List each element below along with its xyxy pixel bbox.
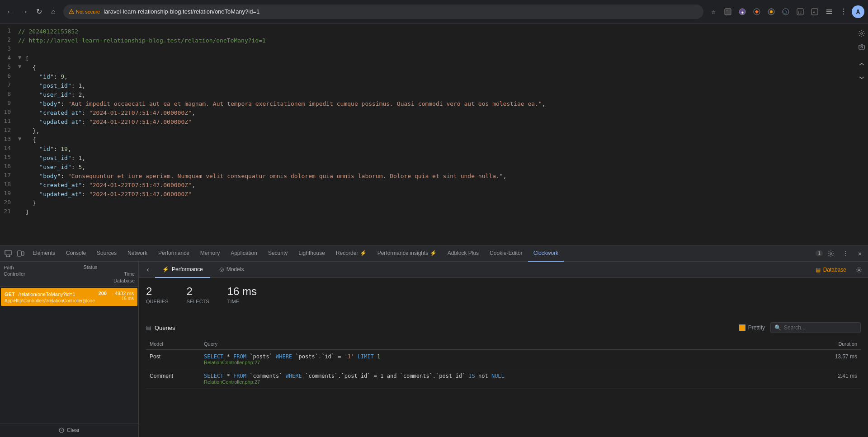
devtools-tabs-right: 1 ⋮ ✕ — [816, 247, 866, 260]
collapse-4[interactable]: ▼ — [18, 54, 25, 61]
tab-adblock[interactable]: Adblock Plus — [442, 245, 484, 262]
bookmark-icon[interactable]: ☆ — [707, 5, 720, 18]
extension-icon-7[interactable]: ≡ — [808, 5, 821, 18]
more-options-icon[interactable]: ⋮ — [837, 5, 850, 18]
json-line-5: 5 ▼ { — [0, 63, 868, 72]
svg-rect-17 — [18, 251, 21, 256]
cw-nav-right: ▤ Database — [812, 264, 864, 275]
cw-tab-performance[interactable]: ⚡ Performance — [155, 262, 210, 278]
tab-elements[interactable]: Elements — [27, 245, 61, 262]
cw-database-button[interactable]: ▤ Database — [812, 265, 850, 275]
tab-memory[interactable]: Memory — [195, 245, 225, 262]
tab-sources[interactable]: Sources — [91, 245, 122, 262]
col-path-controller: Path Controller — [4, 264, 78, 284]
stat-queries: 2 QUERIES — [146, 285, 169, 304]
queries-title: ▤ Queries — [146, 324, 175, 331]
extension-icon-2[interactable]: ◈ — [736, 5, 749, 18]
more-tools-icon[interactable]: ⋮ — [839, 247, 852, 260]
json-line-12: 12 }, — [0, 127, 868, 136]
collapse-13[interactable]: ▼ — [18, 136, 25, 142]
screenshot-icon[interactable] — [855, 41, 868, 53]
json-line-18: 18 "created_at": "2024-01-22T07:51:47.00… — [0, 181, 868, 190]
close-devtools-icon[interactable]: ✕ — [854, 247, 866, 260]
extension-icon-6[interactable]: [·] — [794, 5, 807, 18]
expand-icon[interactable]: ▤ — [146, 324, 151, 331]
query-model-1: Comment — [146, 369, 200, 389]
nav-prev-arrow[interactable]: ‹ — [142, 264, 153, 275]
svg-text:⬛: ⬛ — [726, 9, 731, 15]
scroll-up-icon[interactable] — [855, 58, 868, 70]
svg-point-7 — [770, 10, 773, 13]
tab-performance[interactable]: Performance — [153, 245, 195, 262]
address-bar[interactable]: ! Not secure laravel-learn-relationship-… — [63, 5, 703, 19]
stats-row: 2 QUERIES 2 SELECTS 16 ms TIME — [146, 285, 861, 311]
json-viewer: 1 // 20240122155852 2 // http://laravel-… — [0, 23, 868, 245]
nav-buttons: ← → ↻ ⌂ — [4, 5, 60, 18]
inspect-element-icon[interactable] — [2, 247, 14, 260]
tab-application[interactable]: Application — [225, 245, 263, 262]
tab-recorder[interactable]: Recorder ⚡ — [330, 245, 372, 262]
json-line-9: 9 "body": "Aut impedit occaecati aut ea … — [0, 99, 868, 108]
tab-security[interactable]: Security — [263, 245, 293, 262]
queries-section: ▤ Queries Prettify 🔍 Search... — [146, 322, 861, 389]
home-button[interactable]: ⌂ — [47, 5, 60, 18]
svg-text:!: ! — [71, 11, 72, 14]
prettify-checkbox[interactable] — [739, 324, 745, 331]
extension-icon-1[interactable]: ⬛ — [722, 5, 734, 18]
profile-icon[interactable]: A — [852, 5, 864, 18]
device-toolbar-icon[interactable] — [14, 247, 27, 260]
extension-icon-5[interactable]: ⬡ — [779, 5, 792, 18]
svg-rect-14 — [859, 45, 864, 49]
cw-tab-models[interactable]: ◎ Models — [212, 262, 251, 278]
prettify-toggle[interactable]: Prettify — [739, 324, 765, 331]
not-secure-badge: ! Not secure — [69, 9, 100, 14]
extensions-icon[interactable] — [823, 5, 835, 18]
tab-cookie-editor[interactable]: Cookie-Editor — [484, 245, 528, 262]
search-box[interactable]: 🔍 Search... — [770, 322, 861, 333]
collapse-5[interactable]: ▼ — [18, 63, 25, 70]
extension-icon-4[interactable] — [765, 5, 778, 18]
json-line-8: 8 "user_id": 2, — [0, 90, 868, 99]
json-line-7: 7 "post_id": 1, — [0, 81, 868, 90]
back-button[interactable]: ← — [4, 5, 16, 18]
forward-button[interactable]: → — [18, 5, 31, 18]
requests-scroll[interactable]: GET /relation/oneToMany?id=1 App\Http\Co… — [0, 287, 138, 355]
clear-button[interactable]: Clear — [0, 423, 138, 437]
clockwork-nav: ‹ ⚡ Performance ◎ Models ▤ Database — [139, 262, 868, 278]
devtools-panel: Elements Console Sources Network Perform… — [0, 245, 868, 437]
json-line-2: 2 // http://laravel-learn-relationship-b… — [0, 36, 868, 45]
devtools-badge: 1 — [816, 250, 823, 256]
cw-settings-icon[interactable] — [854, 264, 864, 275]
refresh-button[interactable]: ↻ — [33, 5, 45, 18]
tab-console[interactable]: Console — [61, 245, 91, 262]
search-placeholder: Search... — [784, 324, 806, 331]
svg-text:[·]: [·] — [798, 10, 802, 14]
clockwork-content: 2 QUERIES 2 SELECTS 16 ms TIME — [139, 278, 868, 437]
devtools-tabs-bar: Elements Console Sources Network Perform… — [0, 245, 868, 262]
scroll-down-icon[interactable] — [855, 71, 868, 84]
tab-performance-insights[interactable]: Performance insights ⚡ — [372, 245, 442, 262]
th-query: Query — [200, 338, 807, 350]
queries-header-row: ▤ Queries Prettify 🔍 Search... — [146, 322, 861, 333]
query-row-1: Comment SELECT * FROM `comments` WHERE `… — [146, 369, 861, 389]
devtools-body: Path Controller Status Time Database GET… — [0, 262, 868, 437]
json-line-4: 4 ▼ [ — [0, 54, 868, 63]
svg-text:⬡: ⬡ — [783, 10, 787, 14]
devtools-settings-icon[interactable] — [825, 247, 837, 260]
query-table-header: Model Query Duration — [146, 338, 861, 350]
requests-spacer — [0, 355, 138, 423]
stat-selects: 2 SELECTS — [187, 285, 209, 304]
json-line-10: 10 "created_at": "2024-01-22T07:51:47.00… — [0, 108, 868, 117]
query-query-1: SELECT * FROM `comments` WHERE `comments… — [200, 369, 807, 389]
tab-lighthouse[interactable]: Lighthouse — [293, 245, 330, 262]
query-model-0: Post — [146, 350, 200, 369]
request-item-0[interactable]: GET /relation/oneToMany?id=1 App\Http\Co… — [1, 288, 137, 306]
extension-icon-3[interactable] — [750, 5, 763, 18]
query-query-0: SELECT * FROM `posts` WHERE `posts`.`id`… — [200, 350, 807, 369]
tab-network[interactable]: Network — [122, 245, 153, 262]
stat-time: 16 ms TIME — [227, 285, 257, 304]
settings-icon[interactable] — [855, 27, 868, 40]
requests-header: Path Controller Status Time Database — [0, 262, 138, 287]
tab-clockwork[interactable]: Clockwork — [528, 245, 564, 262]
json-line-15: 15 "post_id": 1, — [0, 154, 868, 163]
